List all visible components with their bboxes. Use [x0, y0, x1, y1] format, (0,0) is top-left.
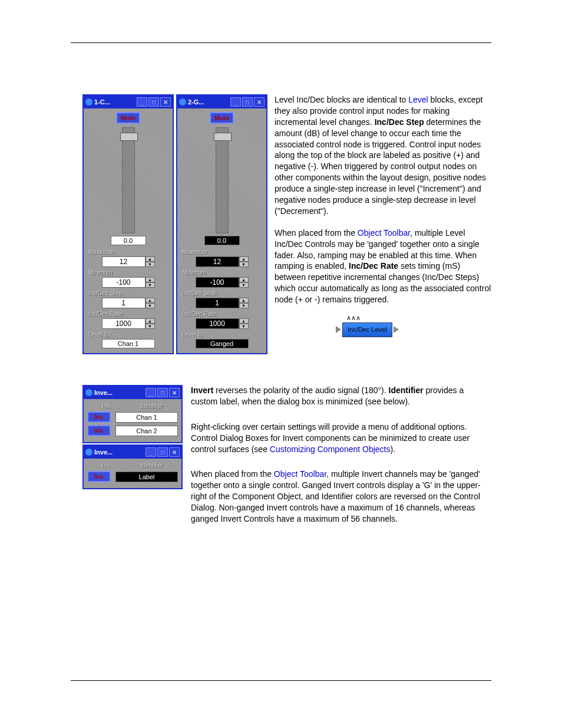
p5-a: When placed from the	[191, 469, 274, 479]
window-title: Inve...	[94, 449, 144, 456]
block-output-node	[394, 326, 399, 333]
invert-button[interactable]: Inv.	[87, 425, 111, 436]
level-slider[interactable]	[216, 127, 229, 233]
slider-thumb[interactable]	[120, 133, 138, 141]
minimize-button[interactable]: _	[146, 388, 156, 397]
identifier-label: Identifier	[389, 386, 424, 395]
link-customizing[interactable]: Customizing Component Objects	[270, 444, 391, 454]
incdec-block-diagram: ∧∧∧ Inc/Dec Level	[336, 314, 430, 337]
minimize-button[interactable]: _	[137, 97, 147, 107]
header-row: Inv. Identifier	[87, 462, 178, 469]
invert-panel-1: Inve... _ □ ✕ Inv. Identifier Inv. Chan …	[82, 385, 183, 443]
p1-c: determines the amount (dB) of level chan…	[275, 117, 486, 216]
mute-button[interactable]: Mute	[116, 112, 141, 124]
close-button[interactable]: ✕	[169, 447, 180, 457]
maximize-button[interactable]: □	[242, 97, 253, 107]
level-id-label: Level ID	[88, 331, 110, 338]
invert-panel-2: Inve... _ □ ✕ Inv. Identifier Inv. Label	[82, 444, 183, 489]
close-button[interactable]: ✕	[254, 97, 265, 107]
titlebar-icon	[179, 98, 186, 106]
maximum-label: Maximum	[88, 249, 114, 255]
inv-header: Inv.	[102, 462, 111, 469]
identifier-field[interactable]: Label	[115, 472, 178, 482]
invert-label: Invert	[191, 386, 213, 395]
para2: When placed from the Object Toolbar, mul…	[275, 228, 491, 305]
maximize-button[interactable]: □	[157, 447, 168, 457]
block-nodes: ∧∧∧	[346, 314, 430, 322]
identifier-field[interactable]: Chan 2	[115, 426, 178, 436]
level-id-field[interactable]: Ganged	[196, 339, 249, 348]
invert-button[interactable]: Inv.	[87, 471, 111, 482]
close-button[interactable]: ✕	[169, 388, 180, 397]
p1-a: Level Inc/Dec blocks are identical to	[275, 95, 408, 104]
incdec-rate-label: Inc/Dec Rate	[349, 261, 398, 271]
slider-thumb[interactable]	[214, 133, 232, 141]
level-readout: 0.0	[204, 236, 240, 245]
incdec-step-spinner[interactable]: 1▲▼	[102, 298, 155, 308]
identifier-header: Identifier	[141, 403, 163, 409]
p2-a: When placed from the	[275, 228, 358, 238]
inv-header: Inv.	[102, 403, 111, 409]
minimum-spinner[interactable]: -100▲▼	[196, 277, 249, 288]
block-label: Inc/Dec Level	[342, 322, 392, 337]
incdec-rate-spinner[interactable]: 1000▲▼	[196, 318, 249, 329]
block-input-node	[336, 326, 341, 333]
identifier-header: Identifier	[141, 462, 163, 469]
window-title: 1-C...	[94, 98, 135, 106]
titlebar[interactable]: 1-C... _ □ ✕	[84, 95, 173, 108]
incdec-step-label: Inc/Dec Step	[88, 290, 122, 297]
window-title: Inve...	[94, 389, 144, 396]
para1: Level Inc/Dec blocks are identical to Le…	[275, 94, 491, 217]
level-panel-2: 2-G... _ □ ✕ Mute 0.0 Maximum 12▲▼ Minim…	[176, 94, 267, 354]
incdec-step-label: Inc/Dec Step	[182, 290, 216, 297]
level-readout: 0.0	[111, 236, 146, 245]
identifier-field[interactable]: Chan 1	[115, 412, 178, 423]
incdec-rate-label: Inc/Dec Rate	[182, 311, 216, 317]
invert-button[interactable]: Inv.	[87, 411, 111, 423]
incdec-step-spinner[interactable]: 1▲▼	[196, 298, 249, 308]
window-title: 2-G...	[188, 98, 229, 106]
incdec-rate-spinner[interactable]: 1000▲▼	[102, 318, 155, 329]
maximum-spinner[interactable]: 12▲▼	[102, 256, 155, 267]
p4-b: ).	[391, 444, 396, 454]
minimize-button[interactable]: _	[146, 447, 156, 457]
para5: When placed from the Object Toolbar, mul…	[191, 469, 491, 524]
invert-row: Inv. Label	[87, 471, 178, 482]
titlebar[interactable]: 2-G... _ □ ✕	[177, 95, 266, 108]
header-row: Inv. Identifier	[87, 403, 178, 409]
level-slider[interactable]	[122, 127, 135, 233]
incdec-step-label: Inc/Dec Step	[375, 117, 424, 127]
para3: Invert reverses the polarity of the audi…	[191, 385, 491, 407]
maximum-label: Maximum	[182, 249, 207, 255]
mute-button[interactable]: Mute	[210, 112, 234, 124]
maximize-button[interactable]: □	[157, 388, 168, 397]
level-id-label: Level ID	[182, 331, 204, 338]
titlebar-icon	[85, 389, 92, 396]
titlebar[interactable]: Inve... _ □ ✕	[84, 446, 181, 459]
link-level[interactable]: Level	[408, 95, 428, 104]
titlebar-icon	[85, 449, 92, 456]
titlebar[interactable]: Inve... _ □ ✕	[84, 386, 181, 399]
minimum-spinner[interactable]: -100▲▼	[102, 277, 155, 288]
minimize-button[interactable]: _	[230, 97, 241, 107]
maximum-spinner[interactable]: 12▲▼	[196, 256, 249, 267]
link-object-toolbar-2[interactable]: Object Toolbar	[274, 469, 326, 479]
close-button[interactable]: ✕	[160, 97, 171, 107]
link-object-toolbar-1[interactable]: Object Toolbar	[358, 228, 410, 238]
para4: Right-clicking over certain settings wil…	[191, 421, 491, 455]
invert-row: Inv. Chan 1	[87, 411, 178, 423]
maximize-button[interactable]: □	[148, 97, 159, 107]
minimum-label: Minimum	[182, 269, 206, 276]
level-panel-1: 1-C... _ □ ✕ Mute 0.0 Maximum 12▲▼ Minim…	[82, 94, 174, 354]
incdec-rate-label: Inc/Dec Rate	[88, 311, 123, 317]
invert-row: Inv. Chan 2	[87, 425, 178, 436]
titlebar-icon	[85, 98, 92, 106]
p3-a: reverses the polarity of the audio signa…	[213, 386, 388, 395]
minimum-label: Minimum	[88, 269, 113, 276]
level-id-field[interactable]: Chan 1	[102, 339, 155, 348]
